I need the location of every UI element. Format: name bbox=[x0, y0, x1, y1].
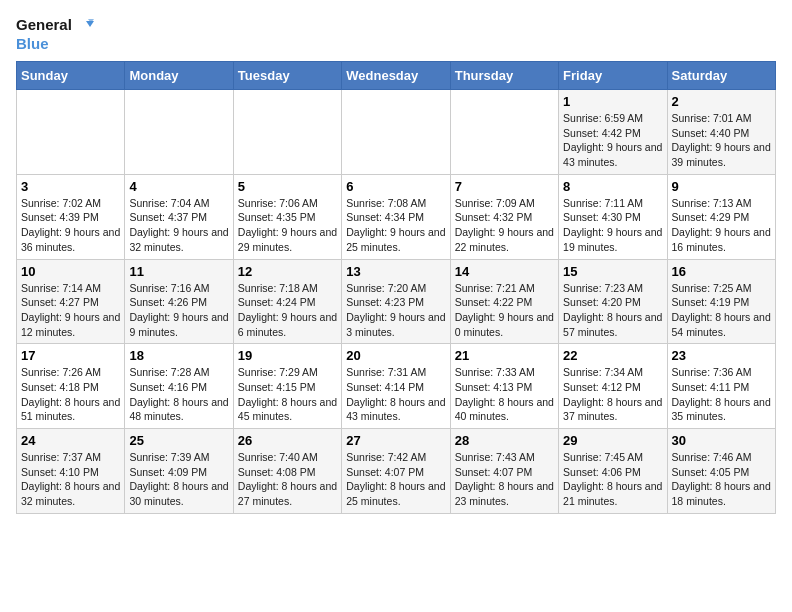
calendar-cell: 20Sunrise: 7:31 AM Sunset: 4:14 PM Dayli… bbox=[342, 344, 450, 429]
calendar-cell: 17Sunrise: 7:26 AM Sunset: 4:18 PM Dayli… bbox=[17, 344, 125, 429]
day-info: Sunrise: 7:26 AM Sunset: 4:18 PM Dayligh… bbox=[21, 365, 120, 424]
week-row-5: 24Sunrise: 7:37 AM Sunset: 4:10 PM Dayli… bbox=[17, 429, 776, 514]
day-number: 28 bbox=[455, 433, 554, 448]
calendar-cell: 15Sunrise: 7:23 AM Sunset: 4:20 PM Dayli… bbox=[559, 259, 667, 344]
day-info: Sunrise: 7:04 AM Sunset: 4:37 PM Dayligh… bbox=[129, 196, 228, 255]
day-info: Sunrise: 7:08 AM Sunset: 4:34 PM Dayligh… bbox=[346, 196, 445, 255]
week-row-3: 10Sunrise: 7:14 AM Sunset: 4:27 PM Dayli… bbox=[17, 259, 776, 344]
day-number: 9 bbox=[672, 179, 771, 194]
calendar-cell: 5Sunrise: 7:06 AM Sunset: 4:35 PM Daylig… bbox=[233, 174, 341, 259]
day-number: 5 bbox=[238, 179, 337, 194]
day-number: 12 bbox=[238, 264, 337, 279]
day-number: 29 bbox=[563, 433, 662, 448]
day-info: Sunrise: 7:42 AM Sunset: 4:07 PM Dayligh… bbox=[346, 450, 445, 509]
day-number: 2 bbox=[672, 94, 771, 109]
weekday-header-friday: Friday bbox=[559, 62, 667, 90]
logo-blue-text: Blue bbox=[16, 35, 49, 53]
day-number: 27 bbox=[346, 433, 445, 448]
day-number: 1 bbox=[563, 94, 662, 109]
day-info: Sunrise: 7:18 AM Sunset: 4:24 PM Dayligh… bbox=[238, 281, 337, 340]
day-info: Sunrise: 7:11 AM Sunset: 4:30 PM Dayligh… bbox=[563, 196, 662, 255]
day-info: Sunrise: 7:45 AM Sunset: 4:06 PM Dayligh… bbox=[563, 450, 662, 509]
day-number: 18 bbox=[129, 348, 228, 363]
day-number: 8 bbox=[563, 179, 662, 194]
calendar-cell: 3Sunrise: 7:02 AM Sunset: 4:39 PM Daylig… bbox=[17, 174, 125, 259]
day-info: Sunrise: 7:40 AM Sunset: 4:08 PM Dayligh… bbox=[238, 450, 337, 509]
calendar-cell: 28Sunrise: 7:43 AM Sunset: 4:07 PM Dayli… bbox=[450, 429, 558, 514]
calendar-cell: 7Sunrise: 7:09 AM Sunset: 4:32 PM Daylig… bbox=[450, 174, 558, 259]
svg-marker-0 bbox=[86, 21, 94, 27]
day-number: 15 bbox=[563, 264, 662, 279]
day-info: Sunrise: 7:39 AM Sunset: 4:09 PM Dayligh… bbox=[129, 450, 228, 509]
day-info: Sunrise: 7:31 AM Sunset: 4:14 PM Dayligh… bbox=[346, 365, 445, 424]
calendar-cell: 18Sunrise: 7:28 AM Sunset: 4:16 PM Dayli… bbox=[125, 344, 233, 429]
calendar-cell bbox=[450, 90, 558, 175]
day-number: 16 bbox=[672, 264, 771, 279]
day-info: Sunrise: 7:37 AM Sunset: 4:10 PM Dayligh… bbox=[21, 450, 120, 509]
weekday-header-thursday: Thursday bbox=[450, 62, 558, 90]
calendar-cell bbox=[125, 90, 233, 175]
calendar-cell: 25Sunrise: 7:39 AM Sunset: 4:09 PM Dayli… bbox=[125, 429, 233, 514]
calendar-cell: 2Sunrise: 7:01 AM Sunset: 4:40 PM Daylig… bbox=[667, 90, 775, 175]
day-info: Sunrise: 7:13 AM Sunset: 4:29 PM Dayligh… bbox=[672, 196, 771, 255]
day-info: Sunrise: 7:25 AM Sunset: 4:19 PM Dayligh… bbox=[672, 281, 771, 340]
calendar-cell: 27Sunrise: 7:42 AM Sunset: 4:07 PM Dayli… bbox=[342, 429, 450, 514]
day-number: 3 bbox=[21, 179, 120, 194]
weekday-header-tuesday: Tuesday bbox=[233, 62, 341, 90]
day-number: 30 bbox=[672, 433, 771, 448]
day-info: Sunrise: 7:16 AM Sunset: 4:26 PM Dayligh… bbox=[129, 281, 228, 340]
day-number: 26 bbox=[238, 433, 337, 448]
calendar-cell: 19Sunrise: 7:29 AM Sunset: 4:15 PM Dayli… bbox=[233, 344, 341, 429]
calendar-cell: 9Sunrise: 7:13 AM Sunset: 4:29 PM Daylig… bbox=[667, 174, 775, 259]
weekday-header-saturday: Saturday bbox=[667, 62, 775, 90]
day-number: 23 bbox=[672, 348, 771, 363]
weekday-header-sunday: Sunday bbox=[17, 62, 125, 90]
logo-bird-icon bbox=[76, 17, 94, 35]
calendar-cell: 11Sunrise: 7:16 AM Sunset: 4:26 PM Dayli… bbox=[125, 259, 233, 344]
calendar-cell bbox=[17, 90, 125, 175]
day-info: Sunrise: 7:21 AM Sunset: 4:22 PM Dayligh… bbox=[455, 281, 554, 340]
calendar-table: SundayMondayTuesdayWednesdayThursdayFrid… bbox=[16, 61, 776, 514]
calendar-cell: 29Sunrise: 7:45 AM Sunset: 4:06 PM Dayli… bbox=[559, 429, 667, 514]
day-number: 4 bbox=[129, 179, 228, 194]
calendar-cell bbox=[233, 90, 341, 175]
calendar-cell: 14Sunrise: 7:21 AM Sunset: 4:22 PM Dayli… bbox=[450, 259, 558, 344]
calendar-cell: 23Sunrise: 7:36 AM Sunset: 4:11 PM Dayli… bbox=[667, 344, 775, 429]
day-info: Sunrise: 7:20 AM Sunset: 4:23 PM Dayligh… bbox=[346, 281, 445, 340]
day-info: Sunrise: 7:09 AM Sunset: 4:32 PM Dayligh… bbox=[455, 196, 554, 255]
calendar-cell: 1Sunrise: 6:59 AM Sunset: 4:42 PM Daylig… bbox=[559, 90, 667, 175]
weekday-header-wednesday: Wednesday bbox=[342, 62, 450, 90]
day-number: 6 bbox=[346, 179, 445, 194]
calendar-cell: 10Sunrise: 7:14 AM Sunset: 4:27 PM Dayli… bbox=[17, 259, 125, 344]
day-number: 21 bbox=[455, 348, 554, 363]
day-info: Sunrise: 7:06 AM Sunset: 4:35 PM Dayligh… bbox=[238, 196, 337, 255]
day-info: Sunrise: 7:46 AM Sunset: 4:05 PM Dayligh… bbox=[672, 450, 771, 509]
day-number: 10 bbox=[21, 264, 120, 279]
day-number: 19 bbox=[238, 348, 337, 363]
logo-general-text: General bbox=[16, 16, 94, 35]
day-info: Sunrise: 7:01 AM Sunset: 4:40 PM Dayligh… bbox=[672, 111, 771, 170]
calendar-cell bbox=[342, 90, 450, 175]
week-row-2: 3Sunrise: 7:02 AM Sunset: 4:39 PM Daylig… bbox=[17, 174, 776, 259]
weekday-header-row: SundayMondayTuesdayWednesdayThursdayFrid… bbox=[17, 62, 776, 90]
day-info: Sunrise: 7:02 AM Sunset: 4:39 PM Dayligh… bbox=[21, 196, 120, 255]
weekday-header-monday: Monday bbox=[125, 62, 233, 90]
day-info: Sunrise: 7:33 AM Sunset: 4:13 PM Dayligh… bbox=[455, 365, 554, 424]
calendar-cell: 8Sunrise: 7:11 AM Sunset: 4:30 PM Daylig… bbox=[559, 174, 667, 259]
day-number: 11 bbox=[129, 264, 228, 279]
day-number: 14 bbox=[455, 264, 554, 279]
day-info: Sunrise: 7:23 AM Sunset: 4:20 PM Dayligh… bbox=[563, 281, 662, 340]
week-row-4: 17Sunrise: 7:26 AM Sunset: 4:18 PM Dayli… bbox=[17, 344, 776, 429]
calendar-cell: 30Sunrise: 7:46 AM Sunset: 4:05 PM Dayli… bbox=[667, 429, 775, 514]
day-number: 22 bbox=[563, 348, 662, 363]
week-row-1: 1Sunrise: 6:59 AM Sunset: 4:42 PM Daylig… bbox=[17, 90, 776, 175]
day-info: Sunrise: 7:34 AM Sunset: 4:12 PM Dayligh… bbox=[563, 365, 662, 424]
day-info: Sunrise: 7:29 AM Sunset: 4:15 PM Dayligh… bbox=[238, 365, 337, 424]
calendar-cell: 26Sunrise: 7:40 AM Sunset: 4:08 PM Dayli… bbox=[233, 429, 341, 514]
calendar-cell: 24Sunrise: 7:37 AM Sunset: 4:10 PM Dayli… bbox=[17, 429, 125, 514]
calendar-cell: 12Sunrise: 7:18 AM Sunset: 4:24 PM Dayli… bbox=[233, 259, 341, 344]
day-number: 24 bbox=[21, 433, 120, 448]
calendar-cell: 13Sunrise: 7:20 AM Sunset: 4:23 PM Dayli… bbox=[342, 259, 450, 344]
calendar-cell: 6Sunrise: 7:08 AM Sunset: 4:34 PM Daylig… bbox=[342, 174, 450, 259]
day-info: Sunrise: 7:14 AM Sunset: 4:27 PM Dayligh… bbox=[21, 281, 120, 340]
